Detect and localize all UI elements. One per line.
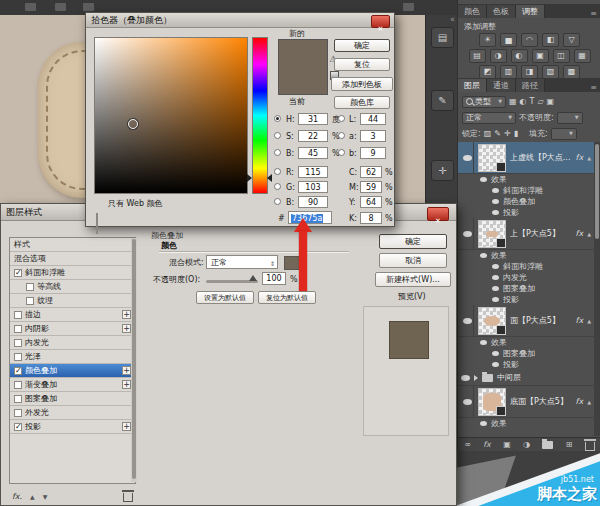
style-checkbox[interactable] bbox=[14, 381, 22, 389]
color-field[interactable] bbox=[94, 37, 248, 194]
eye-icon[interactable] bbox=[480, 421, 487, 426]
rgb-b-radio[interactable] bbox=[274, 198, 281, 205]
collapsed-panel-icon-1[interactable]: ▤ bbox=[431, 27, 454, 48]
eye-icon[interactable] bbox=[480, 177, 487, 182]
effect-item[interactable]: 颜色叠加 bbox=[458, 196, 594, 207]
add-instance-icon[interactable]: + bbox=[122, 380, 131, 389]
adjustment-icon-color-lookup[interactable]: ▦ bbox=[574, 49, 591, 63]
eye-icon[interactable] bbox=[480, 253, 487, 258]
style-row-gradient-overlay[interactable]: 渐变叠加+ bbox=[10, 378, 135, 392]
r-radio[interactable] bbox=[274, 168, 281, 175]
layer-thumbnail[interactable] bbox=[478, 388, 506, 416]
effects-header[interactable]: 效果 bbox=[458, 418, 594, 429]
layer-row-selected[interactable]: 上虚线【P大点... fx ▲ bbox=[458, 142, 594, 174]
eye-icon[interactable] bbox=[492, 297, 499, 302]
adjustment-icon-threshold[interactable]: ◨ bbox=[521, 65, 538, 79]
color-libraries-button[interactable]: 颜色库 bbox=[334, 96, 390, 109]
tab-adjustments[interactable]: 调整 bbox=[516, 5, 545, 18]
k-field[interactable]: 8 bbox=[360, 212, 382, 224]
s-radio[interactable] bbox=[274, 132, 281, 139]
eye-icon[interactable] bbox=[492, 188, 499, 193]
adjustment-icon-invert[interactable]: ◩ bbox=[479, 65, 496, 79]
collapsed-panel-icon-3[interactable]: ✛ bbox=[431, 160, 454, 181]
tab-channels[interactable]: 通道 bbox=[487, 79, 516, 92]
delete-layer-icon[interactable] bbox=[585, 442, 595, 451]
panel-menu-icon[interactable]: ≡ bbox=[590, 9, 600, 18]
tab-swatches[interactable]: 色板 bbox=[487, 5, 516, 18]
style-checkbox[interactable] bbox=[14, 367, 22, 375]
style-checkbox[interactable] bbox=[14, 409, 22, 417]
hue-marker-right[interactable] bbox=[267, 174, 272, 182]
add-instance-icon[interactable]: + bbox=[122, 324, 131, 333]
color-picker-title-bar[interactable]: 拾色器（叠加颜色） bbox=[86, 13, 394, 28]
style-checkbox[interactable] bbox=[14, 339, 22, 347]
tab-paths[interactable]: 路径 bbox=[516, 79, 545, 92]
lock-move-icon[interactable]: ✛ bbox=[504, 128, 511, 140]
style-row-pattern-overlay[interactable]: 图案叠加 bbox=[10, 392, 135, 406]
eye-icon[interactable] bbox=[492, 286, 499, 291]
filter-type-layers-icon[interactable]: T bbox=[530, 96, 535, 108]
c-field[interactable]: 62 bbox=[360, 166, 382, 178]
adjustment-icon-posterize[interactable]: ▥ bbox=[500, 65, 517, 79]
expand-panels-icon[interactable]: « bbox=[450, 15, 455, 24]
eye-icon[interactable] bbox=[492, 275, 499, 280]
l-field[interactable]: 44 bbox=[360, 113, 386, 125]
visibility-toggle[interactable] bbox=[461, 218, 474, 249]
layer-thumbnail[interactable] bbox=[478, 307, 506, 335]
style-checkbox[interactable] bbox=[14, 311, 22, 319]
fx-badge[interactable]: fx bbox=[576, 153, 584, 162]
effect-item[interactable]: 图案叠加 bbox=[458, 283, 594, 294]
layer-row[interactable]: 底面【P大点5】 fx ▲ bbox=[458, 386, 594, 418]
adjustment-icon-channel-mixer[interactable]: ◫ bbox=[553, 49, 570, 63]
styles-scrollbar[interactable] bbox=[131, 238, 137, 482]
panel-menu-icon[interactable]: ≡ bbox=[590, 83, 600, 92]
eye-icon[interactable] bbox=[492, 210, 499, 215]
eye-icon[interactable] bbox=[492, 362, 499, 367]
scrollbar-thumb[interactable] bbox=[132, 239, 136, 479]
fill-dropdown[interactable]: ▼ bbox=[551, 128, 577, 140]
new-current-swatch[interactable] bbox=[278, 39, 328, 95]
make-default-button[interactable]: 设置为默认值 bbox=[196, 291, 254, 304]
layer-row[interactable]: 面【P大点5】 fx ▲ bbox=[458, 305, 594, 337]
style-checkbox[interactable] bbox=[14, 269, 22, 277]
fx-badge[interactable]: fx bbox=[576, 316, 584, 325]
style-checkbox[interactable] bbox=[14, 423, 22, 431]
g-field[interactable]: 103 bbox=[298, 181, 328, 193]
fx-badge[interactable]: fx bbox=[576, 397, 584, 406]
effects-header[interactable]: 效果 bbox=[458, 174, 594, 185]
opacity-value-field[interactable]: 100 bbox=[262, 272, 286, 285]
collapse-effects-icon[interactable]: ▲ bbox=[587, 399, 591, 405]
add-instance-icon[interactable]: + bbox=[122, 310, 131, 319]
adjustment-icon-photo-filter[interactable]: ▣ bbox=[532, 49, 549, 63]
new-adjustment-layer-icon[interactable]: ◑ bbox=[523, 440, 530, 449]
a-field[interactable]: 3 bbox=[360, 130, 386, 142]
filter-type-dropdown[interactable]: 类型▼ bbox=[462, 96, 506, 108]
layer-name[interactable]: 上【P大点5】 bbox=[510, 228, 572, 239]
eye-icon[interactable] bbox=[480, 340, 487, 345]
adjustment-icon-gradient-map[interactable]: ▧ bbox=[542, 65, 559, 79]
collapsed-panel-icon-2[interactable]: ✎ bbox=[431, 90, 454, 111]
add-instance-icon[interactable]: + bbox=[122, 366, 131, 375]
layer-name[interactable]: 底面【P大点5】 bbox=[510, 396, 572, 407]
layer-name[interactable]: 面【P大点5】 bbox=[510, 315, 572, 326]
m-field[interactable]: 59 bbox=[360, 181, 382, 193]
layer-group-row[interactable]: 中间层 bbox=[458, 370, 594, 386]
new-style-button[interactable]: 新建样式(W)... bbox=[375, 272, 451, 287]
adjustment-icon-selective-color[interactable]: ▩ bbox=[563, 65, 580, 79]
adjustment-icon-black-white[interactable]: ◐ bbox=[511, 49, 528, 63]
add-instance-icon[interactable]: + bbox=[122, 422, 131, 431]
ok-button[interactable]: 确定 bbox=[379, 234, 447, 249]
effect-item[interactable]: 斜面和浮雕 bbox=[458, 261, 594, 272]
filter-adjustment-layers-icon[interactable]: ◐ bbox=[520, 96, 527, 108]
style-row-inner-glow[interactable]: 内发光 bbox=[10, 336, 135, 350]
b-field[interactable]: 45 bbox=[298, 147, 328, 159]
hue-slider[interactable] bbox=[252, 37, 268, 194]
visibility-toggle[interactable] bbox=[461, 386, 474, 417]
filter-smart-object-icon[interactable]: ▣ bbox=[547, 96, 555, 108]
opacity-dropdown[interactable]: ▼ bbox=[557, 112, 583, 124]
fx-badge[interactable]: fx bbox=[576, 229, 584, 238]
reset-default-button[interactable]: 复位为默认值 bbox=[258, 291, 316, 304]
add-layer-style-icon[interactable]: fx bbox=[483, 440, 491, 449]
style-row-outer-glow[interactable]: 外发光 bbox=[10, 406, 135, 420]
g-radio[interactable] bbox=[274, 183, 281, 190]
